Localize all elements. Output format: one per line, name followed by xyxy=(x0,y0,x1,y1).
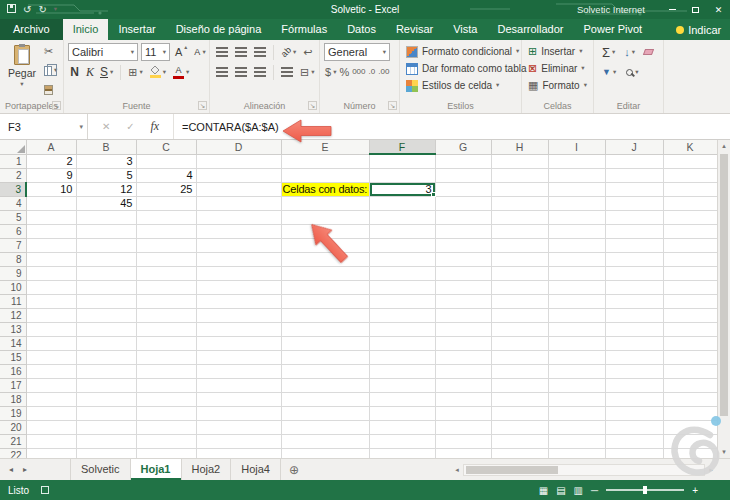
redo-button[interactable]: ↻ xyxy=(38,5,46,15)
align-middle-button[interactable] xyxy=(233,44,249,61)
cell-J5[interactable] xyxy=(605,210,663,224)
cell-H5[interactable] xyxy=(491,210,548,224)
cell-E20[interactable] xyxy=(281,420,369,434)
sheet-tab-hoja1[interactable]: Hoja1 xyxy=(131,459,182,480)
bold-button[interactable]: N xyxy=(68,64,81,81)
cell-D1[interactable] xyxy=(196,154,281,168)
cell-H11[interactable] xyxy=(491,294,548,308)
cell-J2[interactable] xyxy=(605,168,663,182)
cell-B19[interactable] xyxy=(76,406,136,420)
cell-H21[interactable] xyxy=(491,434,548,448)
clear-button[interactable] xyxy=(642,44,655,61)
cell-D13[interactable] xyxy=(196,322,281,336)
fill-color-button[interactable]: ▾ xyxy=(148,64,168,81)
cell-G4[interactable] xyxy=(435,196,491,210)
cell-J10[interactable] xyxy=(605,280,663,294)
align-bottom-button[interactable] xyxy=(252,44,268,61)
sheet-nav-left-icon[interactable]: ◂ xyxy=(4,459,18,480)
row-header-17[interactable]: 17 xyxy=(0,378,26,392)
cell-D9[interactable] xyxy=(196,266,281,280)
cell-I7[interactable] xyxy=(548,238,605,252)
cell-C21[interactable] xyxy=(136,434,196,448)
cell-K17[interactable] xyxy=(663,378,717,392)
cell-F9[interactable] xyxy=(369,266,435,280)
number-dialog-launcher[interactable]: ↘ xyxy=(388,101,397,110)
orientation-button[interactable]: ab▾ xyxy=(279,44,298,61)
cell-E10[interactable] xyxy=(281,280,369,294)
cell-K18[interactable] xyxy=(663,392,717,406)
cell-B1[interactable]: 3 xyxy=(76,154,136,168)
cell-G15[interactable] xyxy=(435,350,491,364)
cell-H6[interactable] xyxy=(491,224,548,238)
cell-J13[interactable] xyxy=(605,322,663,336)
wrap-text-button[interactable]: ↩ xyxy=(301,44,314,61)
cell-C1[interactable] xyxy=(136,154,196,168)
cell-I22[interactable] xyxy=(548,448,605,458)
cell-D14[interactable] xyxy=(196,336,281,350)
cell-F20[interactable] xyxy=(369,420,435,434)
cell-F10[interactable] xyxy=(369,280,435,294)
hscroll-track[interactable] xyxy=(463,464,705,476)
cell-J17[interactable] xyxy=(605,378,663,392)
cell-E4[interactable] xyxy=(281,196,369,210)
row-header-7[interactable]: 7 xyxy=(0,238,26,252)
undo-button[interactable]: ↺ xyxy=(23,5,31,15)
column-header-C[interactable]: C xyxy=(136,140,196,154)
column-header-I[interactable]: I xyxy=(548,140,605,154)
cell-C6[interactable] xyxy=(136,224,196,238)
cell-D4[interactable] xyxy=(196,196,281,210)
cell-I10[interactable] xyxy=(548,280,605,294)
cell-C10[interactable] xyxy=(136,280,196,294)
cell-D19[interactable] xyxy=(196,406,281,420)
insert-cells-button[interactable]: ⊞ Insertar ▾ xyxy=(528,44,582,59)
cell-A14[interactable] xyxy=(26,336,76,350)
cell-H7[interactable] xyxy=(491,238,548,252)
fill-button[interactable]: ↓▾ xyxy=(622,44,637,61)
cell-J4[interactable] xyxy=(605,196,663,210)
cell-J19[interactable] xyxy=(605,406,663,420)
cell-K1[interactable] xyxy=(663,154,717,168)
cell-H16[interactable] xyxy=(491,364,548,378)
cell-H3[interactable] xyxy=(491,182,548,196)
cell-A7[interactable] xyxy=(26,238,76,252)
cell-A17[interactable] xyxy=(26,378,76,392)
cell-E13[interactable] xyxy=(281,322,369,336)
cell-C5[interactable] xyxy=(136,210,196,224)
cell-I13[interactable] xyxy=(548,322,605,336)
cell-E16[interactable] xyxy=(281,364,369,378)
cell-J3[interactable] xyxy=(605,182,663,196)
cell-G14[interactable] xyxy=(435,336,491,350)
cell-I17[interactable] xyxy=(548,378,605,392)
cell-F19[interactable] xyxy=(369,406,435,420)
cell-D21[interactable] xyxy=(196,434,281,448)
cell-A10[interactable] xyxy=(26,280,76,294)
cell-J21[interactable] xyxy=(605,434,663,448)
cell-K19[interactable] xyxy=(663,406,717,420)
row-header-16[interactable]: 16 xyxy=(0,364,26,378)
cell-G8[interactable] xyxy=(435,252,491,266)
column-header-K[interactable]: K xyxy=(663,140,717,154)
cell-D16[interactable] xyxy=(196,364,281,378)
cell-I20[interactable] xyxy=(548,420,605,434)
cell-I15[interactable] xyxy=(548,350,605,364)
cell-K22[interactable] xyxy=(663,448,717,458)
cell-K14[interactable] xyxy=(663,336,717,350)
cell-A2[interactable]: 9 xyxy=(26,168,76,182)
row-header-14[interactable]: 14 xyxy=(0,336,26,350)
cell-G13[interactable] xyxy=(435,322,491,336)
row-header-10[interactable]: 10 xyxy=(0,280,26,294)
scroll-right-button[interactable]: ▸ xyxy=(705,466,717,474)
tab-desarrollador[interactable]: Desarrollador xyxy=(487,19,573,40)
cell-F13[interactable] xyxy=(369,322,435,336)
cell-E21[interactable] xyxy=(281,434,369,448)
cell-D11[interactable] xyxy=(196,294,281,308)
decrease-indent-button[interactable] xyxy=(279,64,295,81)
italic-button[interactable]: K xyxy=(84,64,95,81)
cell-F2[interactable] xyxy=(369,168,435,182)
row-header-5[interactable]: 5 xyxy=(0,210,26,224)
sheet-tab-hoja4[interactable]: Hoja4 xyxy=(231,459,281,480)
cell-A18[interactable] xyxy=(26,392,76,406)
cell-A13[interactable] xyxy=(26,322,76,336)
insert-function-button[interactable]: fx xyxy=(150,119,159,134)
cell-K9[interactable] xyxy=(663,266,717,280)
